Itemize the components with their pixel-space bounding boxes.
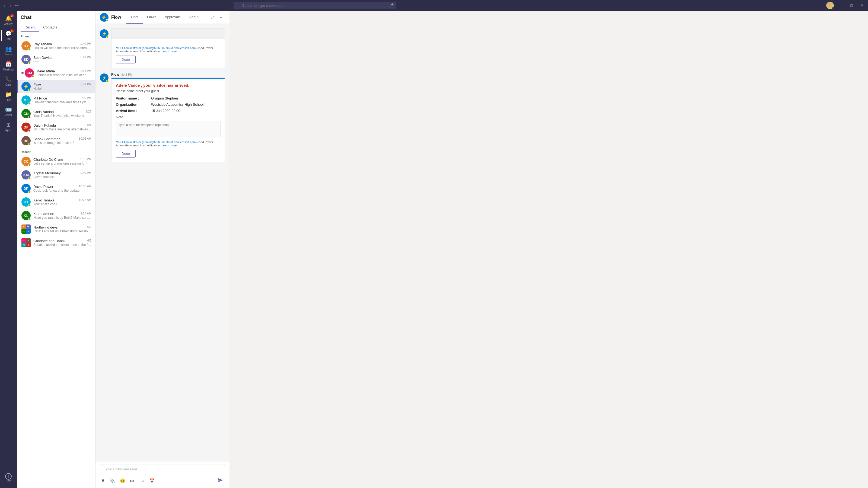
chat-preview: Louisa will send the initial list of att… — [33, 46, 91, 50]
list-item[interactable]: CN Chris Naidoo 5/23 You: Thanks! Have a… — [17, 107, 95, 120]
chat-preview: You: Thanks! Have a nice weekend. — [33, 114, 91, 118]
sticker-button[interactable]: ☺ — [138, 478, 146, 485]
chat-name: Krystal McKinney — [33, 171, 61, 175]
status-dot — [28, 48, 31, 51]
minimize-button[interactable]: — — [837, 2, 845, 9]
chat-preview: Is this a strange interaction? — [33, 141, 91, 145]
list-item[interactable]: N W D V Northwind devs 6/2 Reta: Let's s… — [17, 222, 95, 236]
card-footer-text: MOD Administrator (admin@M365x699623.onm… — [116, 46, 220, 53]
learn-more-link[interactable]: Learn more — [161, 50, 177, 53]
avatar: BD — [22, 55, 31, 64]
list-item[interactable]: BS Babak Shammas 10:08 AM Is this a stra… — [17, 134, 95, 148]
list-item[interactable]: BD Beth Davies 1:43 PM • • • — [17, 53, 95, 66]
list-item-flow[interactable]: ⚡ Flow 1:40 PM Hello! — [17, 80, 95, 93]
list-item[interactable]: CC Charlotte De Crum 1:55 PM Let's set u… — [17, 155, 95, 168]
avatar: CN — [22, 109, 31, 118]
note-textarea[interactable] — [116, 121, 220, 137]
message-input-box[interactable]: Type a new message — [100, 464, 225, 474]
gif-button[interactable]: GIF — [129, 478, 137, 484]
tab-approvals[interactable]: Approvals — [161, 11, 185, 24]
avatar: BS — [22, 136, 31, 145]
sidebar-item-apps[interactable]: ⊞ Apps — [1, 119, 16, 134]
app-tabs: Chat Flows Approvals About — [126, 11, 203, 24]
chat-time: 6/4 — [87, 123, 91, 127]
close-button[interactable]: ✕ — [858, 2, 866, 9]
message-content: MOD Administrator (admin@M365x699623.onm… — [111, 28, 225, 68]
list-item[interactable]: KT Keiko Tanaka 10:28 AM You: That's coo… — [17, 195, 95, 209]
sidebar-item-help[interactable]: ? Help — [4, 471, 13, 485]
schedule-button[interactable]: 📅 — [148, 477, 156, 485]
admin-link[interactable]: MOD Administrator (admin@M365x699623.onm… — [116, 46, 197, 50]
chat-list-header: Chat Recent Contacts — [17, 11, 95, 32]
status-dot — [28, 143, 31, 145]
admin-link-2[interactable]: MOD Administrator (admin@M365x699623.onm… — [116, 140, 197, 144]
list-item[interactable]: KL Kian Lambert 9:58 AM Have you ran thi… — [17, 209, 95, 222]
chat-info: Northwind devs 6/2 Reta: Let's set up a … — [33, 225, 91, 233]
list-item[interactable]: KM Kayo Miwa 1:35 PM Louisa will send th… — [17, 66, 95, 80]
list-item[interactable]: DF Daichi Fukuda 6/4 No, I think there a… — [17, 120, 95, 134]
sidebar-item-activity[interactable]: 🔔 Activity 2 — [1, 13, 16, 28]
list-item[interactable]: DP David Power 10:30 AM Cool, look forwa… — [17, 182, 95, 195]
notification-card: MOD Administrator (admin@M365x699623.onm… — [111, 28, 225, 68]
chat-info: Beth Davies 1:43 PM • • • — [33, 56, 91, 63]
status-dot — [28, 204, 31, 206]
sidebar-label-apps: Apps — [5, 129, 12, 132]
chat-name: Ray Tanaka — [33, 42, 52, 46]
list-item[interactable]: C B M K Charlotte and Babak 6/2 Babak: I… — [17, 236, 95, 250]
nav-buttons: ‹ › — [2, 3, 13, 8]
chat-name-row: Chris Naidoo 5/23 — [33, 110, 91, 114]
chat-name: Charlotte and Babak — [33, 239, 66, 243]
sidebar-item-meetings[interactable]: 📅 Meetings — [1, 59, 16, 73]
done-button[interactable]: Done — [116, 56, 135, 63]
chat-preview: • • • — [33, 60, 91, 63]
avatar: KL — [22, 211, 31, 220]
emoji-button[interactable]: 😊 — [118, 477, 127, 485]
sidebar-item-teams[interactable]: 👥 Teams — [1, 43, 16, 58]
note-label: Note — [116, 115, 220, 119]
chat-preview: Great, thanks! — [33, 175, 91, 179]
send-button[interactable] — [215, 476, 225, 485]
sidebar-item-calls[interactable]: 📞 Calls — [1, 74, 16, 88]
tab-recent[interactable]: Recent — [21, 23, 39, 32]
compose-button[interactable]: ✏ — [15, 3, 19, 8]
chat-time: 5/23 — [86, 110, 91, 114]
tab-about[interactable]: About — [185, 11, 203, 24]
search-input[interactable] — [234, 2, 396, 9]
tab-contacts[interactable]: Contacts — [39, 23, 61, 32]
tab-flows[interactable]: Flows — [143, 11, 161, 24]
tab-chat[interactable]: Chat — [126, 11, 143, 24]
status-dot — [28, 129, 31, 132]
more-actions-button[interactable]: ··· — [158, 478, 165, 485]
nav-forward-button[interactable]: › — [8, 3, 13, 8]
status-dot — [28, 177, 31, 180]
apps-icon: ⊞ — [6, 122, 11, 128]
search-bar: 🔍 🎤 — [234, 2, 396, 9]
format-button[interactable]: A — [100, 478, 106, 485]
sidebar-item-files[interactable]: 📁 Files — [1, 89, 16, 104]
message-header: Flow 9:45 PM — [111, 72, 225, 76]
chat-name: Keiko Tanaka — [33, 198, 55, 202]
card-top-faded — [112, 29, 225, 39]
chat-info: Keiko Tanaka 10:28 AM You: That's cool! — [33, 198, 91, 206]
user-avatar[interactable] — [826, 2, 834, 9]
chat-name-row: Daichi Fukuda 6/4 — [33, 123, 91, 127]
list-item[interactable]: MJ MJ Price 1:20 PM I haven't checked av… — [17, 93, 95, 107]
done-button-2[interactable]: Done — [116, 150, 135, 158]
chat-preview: Let's set up a brainstorm session for to… — [33, 162, 91, 165]
sidebar-item-visitor[interactable]: 🪪 Visitor — [1, 104, 16, 119]
flow-status-dot — [106, 19, 108, 22]
organization-value: Westside Academics High School — [151, 102, 204, 106]
learn-more-link-2[interactable]: Learn more — [161, 144, 177, 147]
more-options-button[interactable]: ··· — [218, 13, 225, 21]
nav-back-button[interactable]: ‹ — [2, 3, 7, 8]
chat-name: Babak Shammas — [33, 137, 60, 141]
chat-preview: You: That's cool! — [33, 202, 91, 206]
list-item[interactable]: KM Krystal McKinney 1:40 PM Great, thank… — [17, 168, 95, 182]
expand-button[interactable]: ⤢ — [209, 13, 216, 21]
list-item[interactable]: RT Ray Tanaka 1:40 PM Louisa will send t… — [17, 39, 95, 53]
maximize-button[interactable]: □ — [848, 2, 855, 9]
arrival-time-label: Arrival time : — [116, 109, 151, 113]
attach-button[interactable]: 📎 — [108, 477, 117, 485]
sidebar-item-chat[interactable]: 💬 Chat 1 — [1, 28, 16, 43]
message-placeholder: Type a new message — [104, 467, 137, 471]
